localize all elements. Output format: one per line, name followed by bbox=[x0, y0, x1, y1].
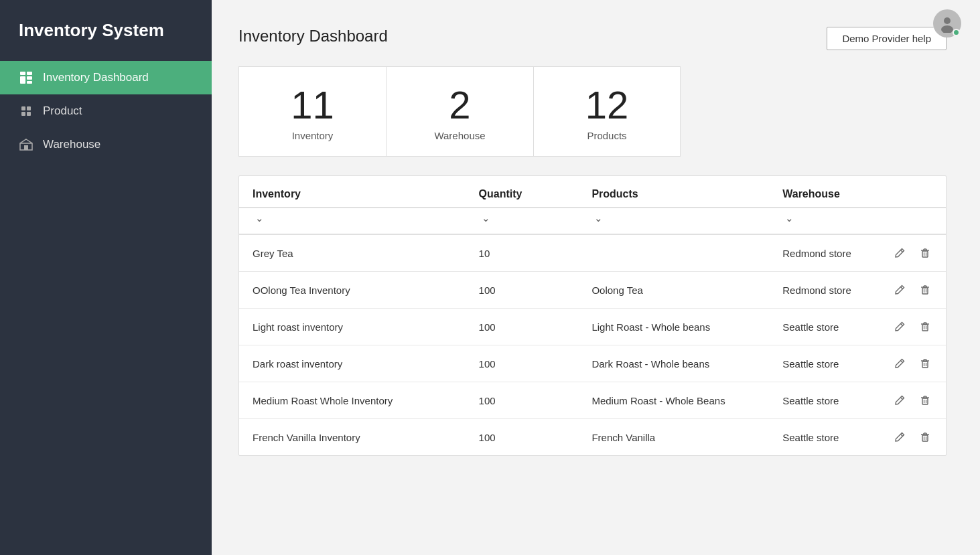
sidebar-item-warehouse-label: Warehouse bbox=[43, 138, 100, 151]
svg-rect-39 bbox=[922, 362, 928, 368]
svg-point-1 bbox=[941, 25, 953, 33]
avatar[interactable] bbox=[933, 9, 961, 37]
delete-button[interactable] bbox=[918, 319, 932, 334]
action-cell: Seattle store bbox=[782, 430, 932, 445]
cell-quantity: 10 bbox=[466, 234, 579, 272]
table-row: Grey Tea10 Redmond store bbox=[239, 234, 946, 272]
warehouse-text: Seattle store bbox=[782, 321, 882, 333]
col-header-warehouse: Warehouse bbox=[769, 176, 946, 208]
cell-inventory: OOlong Tea Inventory bbox=[239, 272, 466, 309]
table-filter-row: ⌄ ⌄ ⌄ ⌄ bbox=[239, 208, 946, 234]
main-content: Inventory Dashboard Demo Provider help 1… bbox=[212, 0, 980, 555]
stat-number-products: 12 bbox=[585, 86, 629, 125]
filter-warehouse-btn[interactable]: ⌄ bbox=[782, 211, 796, 226]
table-row: French Vanilla Inventory100French Vanill… bbox=[239, 419, 946, 456]
delete-button[interactable] bbox=[918, 283, 932, 297]
svg-rect-2 bbox=[20, 72, 25, 75]
inventory-table-container: Inventory Quantity Products Warehouse bbox=[238, 175, 947, 456]
stat-card-warehouse: 2 Warehouse bbox=[386, 66, 533, 157]
col-header-quantity: Quantity bbox=[466, 176, 579, 208]
edit-icon bbox=[894, 358, 906, 370]
cell-products: French Vanilla bbox=[578, 419, 769, 456]
edit-icon bbox=[894, 431, 906, 443]
edit-icon bbox=[894, 321, 906, 333]
dashboard-icon bbox=[19, 70, 33, 85]
filter-products: ⌄ bbox=[578, 208, 769, 234]
edit-button[interactable] bbox=[892, 356, 907, 371]
cell-inventory: Light roast inventory bbox=[239, 309, 466, 345]
filter-quantity-btn[interactable]: ⌄ bbox=[479, 211, 493, 226]
svg-line-22 bbox=[901, 287, 903, 289]
svg-line-38 bbox=[901, 361, 903, 363]
table-row: Light roast inventory100Light Roast - Wh… bbox=[239, 309, 946, 345]
cell-warehouse: Seattle store bbox=[769, 382, 946, 419]
filter-products-btn[interactable]: ⌄ bbox=[591, 211, 606, 226]
svg-point-0 bbox=[944, 17, 951, 24]
sidebar-item-dashboard-label: Inventory Dashboard bbox=[43, 71, 149, 84]
stat-number-inventory: 11 bbox=[291, 86, 334, 125]
table-header-row: Inventory Quantity Products Warehouse bbox=[239, 176, 946, 208]
table-row: Medium Roast Whole Inventory100Medium Ro… bbox=[239, 382, 946, 419]
svg-rect-9 bbox=[21, 112, 25, 116]
cell-warehouse: Seattle store bbox=[769, 419, 946, 456]
filter-warehouse: ⌄ bbox=[769, 208, 946, 234]
sidebar-item-product[interactable]: Product bbox=[0, 94, 212, 128]
app-title: Inventory System bbox=[0, 0, 212, 61]
cell-inventory: Grey Tea bbox=[239, 234, 466, 272]
sidebar-item-dashboard[interactable]: Inventory Dashboard bbox=[0, 61, 212, 94]
svg-rect-23 bbox=[922, 288, 928, 294]
warehouse-text: Redmond store bbox=[782, 285, 882, 296]
stat-card-inventory: 11 Inventory bbox=[238, 66, 386, 157]
action-cell: Seattle store bbox=[782, 393, 932, 408]
delete-button[interactable] bbox=[918, 393, 932, 408]
svg-rect-10 bbox=[27, 112, 31, 116]
cell-products: Light Roast - Whole beans bbox=[578, 309, 769, 345]
stat-label-inventory: Inventory bbox=[292, 130, 334, 141]
edit-icon bbox=[894, 394, 906, 406]
cell-warehouse: Seattle store bbox=[769, 345, 946, 382]
edit-button[interactable] bbox=[892, 283, 907, 297]
online-indicator bbox=[953, 29, 960, 36]
cell-products bbox=[578, 234, 769, 272]
edit-button[interactable] bbox=[892, 393, 907, 408]
cell-products: Dark Roast - Whole beans bbox=[578, 345, 769, 382]
cell-inventory: French Vanilla Inventory bbox=[239, 419, 466, 456]
svg-rect-31 bbox=[922, 325, 928, 331]
warehouse-text: Redmond store bbox=[782, 248, 882, 259]
col-header-products: Products bbox=[578, 176, 769, 208]
trash-icon bbox=[919, 394, 931, 406]
sidebar-item-warehouse[interactable]: Warehouse bbox=[0, 128, 212, 161]
stat-card-products: 12 Products bbox=[533, 66, 681, 157]
delete-button[interactable] bbox=[918, 356, 932, 371]
edit-icon bbox=[894, 284, 906, 296]
page-title: Inventory Dashboard bbox=[238, 27, 388, 46]
trash-icon bbox=[919, 284, 931, 296]
edit-button[interactable] bbox=[892, 430, 907, 445]
action-cell: Seattle store bbox=[782, 319, 932, 334]
delete-button[interactable] bbox=[918, 430, 932, 445]
svg-rect-55 bbox=[922, 435, 928, 441]
col-header-inventory: Inventory bbox=[239, 176, 466, 208]
filter-inventory-btn[interactable]: ⌄ bbox=[253, 211, 267, 226]
avatar-container bbox=[933, 9, 961, 37]
cell-quantity: 100 bbox=[466, 309, 579, 345]
trash-icon bbox=[919, 358, 931, 370]
warehouse-text: Seattle store bbox=[782, 358, 882, 370]
trash-icon bbox=[919, 431, 931, 443]
chevron-down-icon: ⌄ bbox=[255, 212, 264, 224]
svg-line-14 bbox=[901, 250, 903, 252]
edit-button[interactable] bbox=[892, 319, 907, 334]
cell-quantity: 100 bbox=[466, 419, 579, 456]
cell-warehouse: Redmond store bbox=[769, 234, 946, 272]
table-row: OOlong Tea Inventory100Oolong Tea Redmon… bbox=[239, 272, 946, 309]
chevron-down-icon: ⌄ bbox=[482, 212, 490, 224]
cell-quantity: 100 bbox=[466, 345, 579, 382]
cell-warehouse: Seattle store bbox=[769, 309, 946, 345]
header-row: Inventory Dashboard Demo Provider help bbox=[238, 27, 947, 50]
table-body: Grey Tea10 Redmond store OO bbox=[239, 234, 946, 455]
delete-button[interactable] bbox=[918, 246, 932, 260]
trash-icon bbox=[919, 247, 931, 259]
cell-inventory: Dark roast inventory bbox=[239, 345, 466, 382]
help-button[interactable]: Demo Provider help bbox=[827, 27, 947, 50]
edit-button[interactable] bbox=[892, 246, 907, 260]
